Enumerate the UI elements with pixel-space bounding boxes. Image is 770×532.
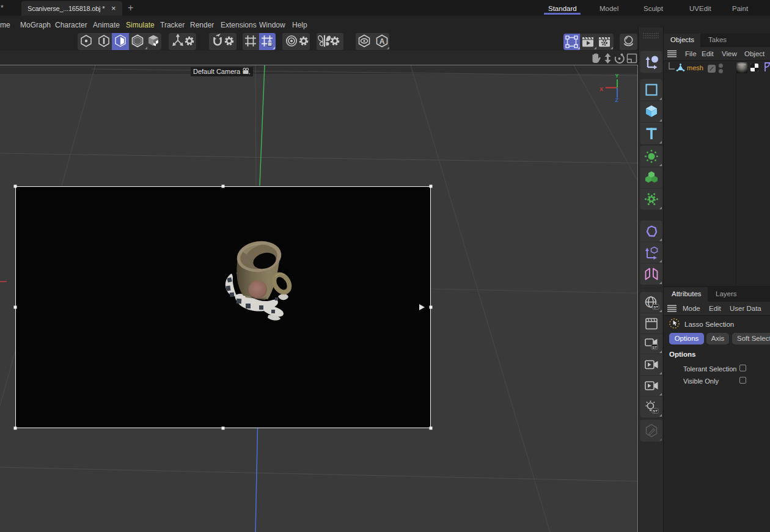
svg-text:A: A: [380, 37, 385, 46]
svg-text:ST: ST: [653, 305, 658, 309]
svg-text:ST: ST: [653, 409, 658, 413]
svg-text:Y: Y: [615, 73, 619, 79]
svg-text:Z: Z: [615, 97, 619, 102]
svg-text:ST: ST: [652, 346, 657, 349]
svg-text:X: X: [600, 86, 603, 92]
